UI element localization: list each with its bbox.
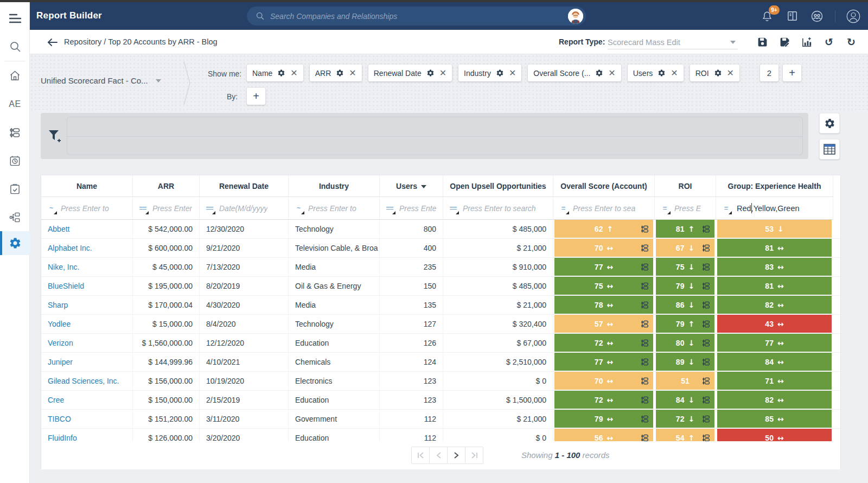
cell-roi[interactable]: 51: [655, 372, 716, 390]
first-page-button[interactable]: [411, 447, 430, 464]
filter-operator[interactable]: ==: [203, 202, 216, 215]
add-chart-button[interactable]: [800, 35, 814, 49]
global-search-input[interactable]: Search Companies and Relationships: [247, 7, 586, 26]
back-arrow-icon[interactable]: [46, 36, 59, 49]
cell-overall[interactable]: 78↔: [553, 296, 655, 314]
scorecard-sliders-icon[interactable]: [701, 357, 711, 366]
field-remove-icon[interactable]: ✕: [439, 69, 446, 78]
hamburger-menu-icon[interactable]: [0, 7, 30, 30]
field-chip[interactable]: ROI ✕: [690, 65, 739, 81]
column-header-arr[interactable]: ARR: [133, 175, 200, 197]
company-link[interactable]: Cree: [48, 396, 64, 404]
company-link[interactable]: Juniper: [48, 358, 73, 366]
field-remove-icon[interactable]: ✕: [608, 69, 615, 78]
cell-overall[interactable]: 72↔: [553, 334, 655, 352]
search-assistant-avatar[interactable]: [568, 9, 583, 24]
filter-operator[interactable]: ~: [292, 202, 305, 215]
cell-group[interactable]: 71↔: [716, 372, 833, 390]
company-link[interactable]: TIBCO: [48, 415, 71, 423]
cell-overall[interactable]: 77↔: [553, 258, 655, 276]
add-filter-funnel-icon[interactable]: [47, 129, 62, 144]
company-link[interactable]: Yodlee: [48, 320, 71, 328]
company-link[interactable]: Alphabet Inc.: [48, 244, 92, 252]
field-gear-icon[interactable]: [426, 69, 435, 77]
column-header-group[interactable]: Group: Experience Health: [716, 175, 833, 197]
scorecard-sliders-icon[interactable]: [640, 300, 649, 309]
filter-operator[interactable]: ==: [136, 202, 149, 215]
redo-button[interactable]: ↻: [844, 35, 858, 49]
filter-input-placeholder[interactable]: Press Enter to sea: [573, 204, 635, 213]
field-chip[interactable]: Overall Score (... ✕: [528, 65, 621, 81]
last-page-button[interactable]: [465, 447, 483, 464]
field-gear-icon[interactable]: [658, 69, 666, 77]
company-link[interactable]: Verizon: [48, 339, 73, 347]
next-page-button[interactable]: [447, 447, 465, 464]
scorecard-sliders-icon[interactable]: [701, 395, 711, 404]
cell-overall[interactable]: 75↔: [553, 277, 655, 295]
field-gear-icon[interactable]: [336, 69, 344, 77]
sidebar-item-home[interactable]: [0, 63, 30, 87]
company-link[interactable]: Abbett: [48, 225, 69, 233]
filter-input-value[interactable]: Red,Yellow,Green: [737, 204, 800, 213]
filter-operator[interactable]: =: [719, 202, 732, 215]
column-header-industry[interactable]: Industry: [289, 175, 380, 197]
column-header-users[interactable]: Users: [380, 175, 443, 197]
field-chip[interactable]: Name ✕: [247, 65, 303, 81]
filter-input-placeholder[interactable]: Press Enter: [152, 204, 192, 213]
company-link[interactable]: Gilead Sciences, Inc.: [48, 377, 119, 385]
field-gear-icon[interactable]: [496, 69, 504, 77]
cell-roi[interactable]: 79↑: [655, 315, 716, 333]
filter-operator[interactable]: =: [557, 202, 570, 215]
table-view-button[interactable]: [819, 139, 840, 160]
cell-group[interactable]: 83↔: [716, 258, 833, 276]
cell-group[interactable]: 53↓: [716, 220, 833, 238]
filter-input-placeholder[interactable]: Press Enter to search: [463, 204, 536, 213]
filter-cell-overall[interactable]: =Press Enter to sea: [553, 197, 655, 220]
cell-group[interactable]: 77↔: [716, 334, 833, 352]
scorecard-sliders-icon[interactable]: [640, 243, 649, 252]
scorecard-sliders-icon[interactable]: [640, 319, 649, 328]
profile-avatar-icon[interactable]: [846, 9, 860, 23]
filter-cell-arr[interactable]: ==Press Enter: [133, 197, 200, 220]
field-gear-icon[interactable]: [595, 69, 603, 77]
filter-cell-group[interactable]: =Red,Yellow,Green: [716, 197, 833, 220]
cell-group[interactable]: 43↔: [716, 315, 833, 333]
cell-group[interactable]: 84↔: [716, 353, 833, 371]
company-link[interactable]: FluidInfo: [48, 434, 77, 441]
field-gear-icon[interactable]: [277, 69, 285, 77]
prev-page-button[interactable]: [429, 447, 448, 464]
filter-operator[interactable]: ~: [44, 202, 58, 215]
add-by-chip[interactable]: +: [247, 88, 265, 105]
cell-overall[interactable]: 77↔: [553, 353, 655, 371]
report-type-select[interactable]: Scorecard Mass Edit: [608, 35, 738, 49]
column-header-upsell[interactable]: Open Upsell Opportunities: [443, 175, 553, 197]
filter-cell-users[interactable]: ==Press Ente: [380, 197, 443, 220]
save-as-button[interactable]: [777, 35, 792, 49]
sidebar-item-timeline[interactable]: [0, 149, 30, 173]
cell-roi[interactable]: 67↓: [655, 239, 716, 257]
cell-overall[interactable]: 57↔: [553, 315, 655, 333]
cell-overall[interactable]: 62↑: [553, 220, 655, 238]
cell-roi[interactable]: 86↓: [655, 296, 716, 314]
field-remove-icon[interactable]: ✕: [349, 69, 356, 78]
sidebar-item-relationships[interactable]: [0, 205, 30, 229]
cell-roi[interactable]: 84↓: [655, 391, 716, 409]
filter-drop-area[interactable]: [67, 117, 803, 155]
cell-group[interactable]: 50↔: [716, 429, 833, 441]
cell-roi[interactable]: 75↓: [655, 258, 716, 276]
scorecard-sliders-icon[interactable]: [640, 433, 649, 441]
scorecard-sliders-icon[interactable]: [640, 224, 649, 233]
field-remove-icon[interactable]: ✕: [509, 69, 516, 78]
filter-operator[interactable]: ==: [383, 202, 396, 215]
sidebar-item-success-plans[interactable]: [0, 177, 30, 201]
field-chip[interactable]: Industry ✕: [458, 65, 521, 81]
field-gear-icon[interactable]: [714, 69, 722, 77]
cell-roi[interactable]: 81↑: [655, 220, 716, 238]
column-header-overall[interactable]: Overall Score (Account): [553, 175, 655, 197]
field-remove-icon[interactable]: ✕: [671, 69, 678, 78]
scorecard-sliders-icon[interactable]: [701, 319, 711, 328]
filter-bar[interactable]: [41, 113, 808, 159]
undo-button[interactable]: ↺: [822, 35, 836, 49]
sidebar-search-icon[interactable]: [0, 35, 30, 59]
column-header-renewal[interactable]: Renewal Date: [200, 175, 289, 197]
